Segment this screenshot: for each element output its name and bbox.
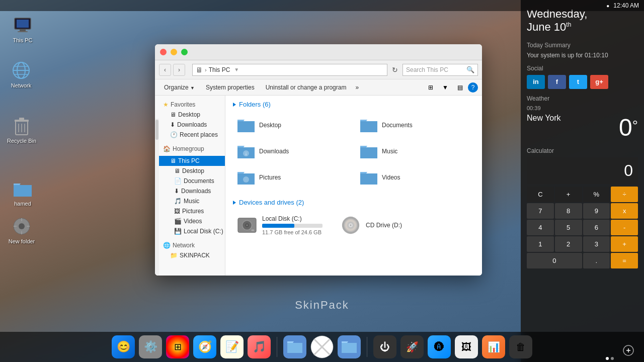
control-panel-icon [12,216,32,236]
folder-item-downloads[interactable]: ↓ Downloads [233,140,352,162]
calc-btn-minus[interactable]: - [611,220,638,235]
sidebar-item-this-pc[interactable]: 🖥 This PC [159,156,225,166]
calc-btn-9[interactable]: 9 [583,203,610,219]
calc-btn-6[interactable]: 6 [583,220,610,235]
view-pane-btn[interactable]: ▤ [453,82,466,93]
uninstall-menu[interactable]: Uninstall or change a program [261,82,352,93]
sidebar-sub-local-disk[interactable]: 💾 Local Disk (C:) [159,226,225,236]
drive-item-c[interactable]: Local Disk (C:) 11.7 GB free of 24.6 GB [233,212,327,238]
calc-btn-0[interactable]: 0 [527,253,582,268]
window-close-btn[interactable] [160,49,167,55]
this-pc-label: This PC [13,37,32,43]
window-maximize-btn[interactable] [181,49,188,55]
sidebar-sub-documents[interactable]: 📄 Documents [159,176,225,186]
folder-item-desktop[interactable]: Desktop [233,114,352,136]
more-menu[interactable]: » [352,82,362,93]
sidebar-item-desktop[interactable]: 🖥 Desktop [159,110,225,120]
taskbar-music[interactable]: 🎵 [248,335,271,358]
sidebar-scrollbar[interactable] [155,119,159,276]
network-label: Network [173,242,195,249]
this-pc-sidebar-icon: 🖥 [170,157,176,164]
taskbar-folder2[interactable] [338,335,361,358]
folder-item-pictures[interactable]: Pictures [233,166,352,189]
svg-rect-20 [27,226,30,227]
calc-btn-1[interactable]: 1 [527,236,554,252]
social-title: Social [527,65,638,72]
taskbar-rocket[interactable]: 🚀 [400,335,424,358]
calc-btn-2[interactable]: 2 [555,236,582,252]
sidebar-item-downloads[interactable]: ⬇ Downloads [159,120,225,130]
taskbar-osx[interactable] [310,335,334,358]
taskbar-safari[interactable]: 🧭 [193,335,216,358]
taskbar-appstore[interactable]: 🅐 [428,335,451,358]
view-tiles-btn[interactable]: ⊞ [424,82,437,93]
sidebar-sub-music[interactable]: 🎵 Music [159,196,225,206]
desktop-icon-recycle-bin[interactable]: Recycle Bin [4,116,39,144]
svg-rect-2 [20,29,26,31]
system-properties-menu[interactable]: System properties [201,82,260,93]
page-dot-2[interactable] [611,357,614,360]
calc-btn-equals[interactable]: = [611,253,638,268]
folder-item-documents[interactable]: Documents [356,114,474,136]
sidebar-sub-desktop[interactable]: 🖥 Desktop [159,166,225,176]
recycle-bin-label: Recycle Bin [7,138,36,144]
taskbar-settings[interactable]: ⚙️ [139,335,162,358]
sidebar-sub-videos[interactable]: 🎬 Videos [159,216,225,226]
drive-item-d[interactable]: CD Drive (D:) [337,212,406,238]
svg-point-16 [19,223,25,229]
top-bar: ● 12:40 AM [0,0,644,11]
organize-menu[interactable]: Organize ▼ [159,82,200,93]
sidebar-skinpack[interactable]: 📁 SKINPACK [159,250,225,260]
desktop-icon-hamed[interactable]: hamed [5,178,40,207]
taskbar-trash[interactable]: 🗑 [509,335,532,358]
desktop-icon-this-pc[interactable]: This PC [5,15,40,43]
view-buttons: ⊞ ▼ ▤ ? [424,82,478,93]
taskbar-dashboard[interactable]: 📊 [482,335,505,358]
calc-btn-divide[interactable]: ÷ [611,187,638,202]
sidebar-sub-downloads[interactable]: ⬇ Downloads [159,186,225,196]
view-help-btn[interactable]: ? [468,82,478,93]
calc-btn-add[interactable]: + [611,236,638,252]
taskbar-launchpad[interactable]: ⊞ [166,335,189,358]
sidebar-favorites[interactable]: ★ Favorites [159,100,225,110]
search-bar[interactable]: Search This PC 🔍 [403,64,478,76]
refresh-btn[interactable]: ↻ [389,64,400,75]
calc-btn-5[interactable]: 5 [555,220,582,235]
taskbar-preview[interactable]: 🖼 [455,335,478,358]
sidebar-item-recent[interactable]: 🕐 Recent places [159,130,225,140]
svg-rect-19 [14,226,17,227]
taskbar-finder[interactable]: 😊 [112,335,135,358]
calc-btn-4[interactable]: 4 [527,220,554,235]
taskbar-notes[interactable]: 📝 [220,335,244,358]
google-icon[interactable]: g+ [590,75,608,89]
calc-btn-plus[interactable]: + [555,187,582,202]
facebook-icon[interactable]: f [548,75,566,89]
calc-btn-7[interactable]: 7 [527,203,554,219]
nav-back-btn[interactable]: ‹ [159,64,171,76]
desktop-icon-control-panel[interactable]: New folder [4,216,39,244]
page-dot-1[interactable] [606,357,609,360]
address-bar[interactable]: 🖥 › This PC ▼ [192,64,387,76]
nav-toolbar: ‹ › 🖥 › This PC ▼ ↻ Search This PC 🔍 [155,60,482,79]
twitter-icon[interactable]: t [569,75,587,89]
calc-btn-multiply[interactable]: x [611,203,638,219]
sidebar-sub-pictures[interactable]: 🖼 Pictures [159,206,225,216]
sidebar-network[interactable]: 🌐 Network [159,240,225,250]
nav-forward-btn[interactable]: › [173,64,185,76]
taskbar-power[interactable]: ⏻ [373,335,396,358]
calc-btn-3[interactable]: 3 [583,236,610,252]
calc-btn-dot[interactable]: . [583,253,610,268]
desktop-icon-network[interactable]: Network [4,60,39,88]
uptime-text: Your system is up for 01:10:10 [527,52,638,59]
sidebar-homegroup[interactable]: 🏠 Homegroup [159,144,225,154]
taskbar-folder1[interactable] [283,335,306,358]
calc-btn-percent[interactable]: % [583,187,610,202]
linkedin-icon[interactable]: in [527,75,545,89]
view-dropdown-btn[interactable]: ▼ [439,82,452,93]
folder-item-music[interactable]: Music [356,140,474,162]
taskbar-more-icon[interactable] [623,345,634,358]
calc-btn-c[interactable]: C [527,187,554,202]
folder-item-videos[interactable]: Videos [356,166,474,189]
calc-btn-8[interactable]: 8 [555,203,582,219]
window-minimize-btn[interactable] [171,49,177,55]
